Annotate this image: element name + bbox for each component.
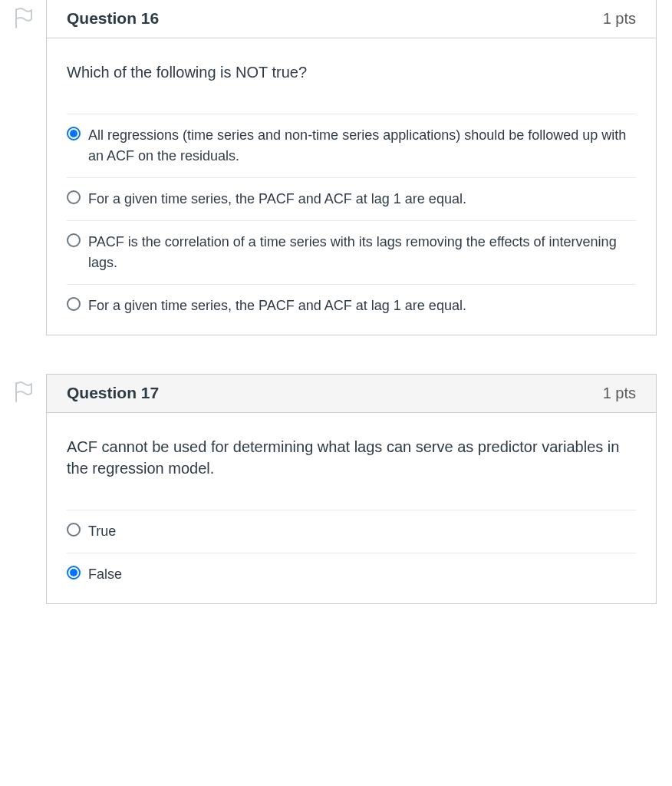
question-points: 1 pts: [603, 385, 636, 402]
flag-column: [0, 374, 46, 403]
option-text: False: [88, 564, 122, 585]
question-title: Question 17: [67, 384, 159, 402]
option-text: PACF is the correlation of a time series…: [88, 232, 636, 273]
radio-button[interactable]: [67, 566, 81, 580]
answer-option[interactable]: PACF is the correlation of a time series…: [67, 221, 636, 285]
radio-button[interactable]: [67, 233, 81, 247]
question-header: Question 171 pts: [47, 375, 656, 413]
question-body: Which of the following is NOT true?All r…: [47, 38, 656, 335]
answer-option[interactable]: False: [67, 553, 636, 596]
question-header: Question 161 pts: [47, 0, 656, 38]
radio-wrap: [67, 232, 88, 251]
question-points: 1 pts: [603, 10, 636, 28]
option-text: True: [88, 521, 116, 542]
radio-button[interactable]: [67, 523, 81, 537]
answer-option[interactable]: True: [67, 510, 636, 553]
flag-column: [0, 0, 46, 29]
option-text: All regressions (time series and non-tim…: [88, 125, 636, 167]
answer-option[interactable]: All regressions (time series and non-tim…: [67, 114, 636, 178]
flag-icon[interactable]: [14, 8, 32, 29]
question-block: Question 161 ptsWhich of the following i…: [0, 0, 657, 335]
radio-button[interactable]: [67, 190, 81, 204]
radio-wrap: [67, 189, 88, 208]
radio-wrap: [67, 521, 88, 540]
radio-wrap: [67, 125, 88, 144]
radio-button[interactable]: [67, 127, 81, 140]
answer-option[interactable]: For a given time series, the PACF and AC…: [67, 285, 636, 327]
option-text: For a given time series, the PACF and AC…: [88, 296, 466, 316]
question-prompt: Which of the following is NOT true?: [67, 61, 636, 83]
radio-wrap: [67, 296, 88, 315]
flag-icon[interactable]: [14, 381, 32, 403]
question-body: ACF cannot be used for determining what …: [47, 413, 656, 603]
options-list: TrueFalse: [67, 510, 636, 596]
question-title: Question 16: [67, 9, 159, 28]
radio-wrap: [67, 564, 88, 583]
radio-button[interactable]: [67, 297, 81, 311]
question-block: Question 171 ptsACF cannot be used for d…: [0, 374, 657, 604]
option-text: For a given time series, the PACF and AC…: [88, 189, 466, 210]
question-prompt: ACF cannot be used for determining what …: [67, 436, 636, 479]
answer-option[interactable]: For a given time series, the PACF and AC…: [67, 178, 636, 221]
question-box: Question 161 ptsWhich of the following i…: [46, 0, 657, 335]
options-list: All regressions (time series and non-tim…: [67, 114, 636, 327]
question-box: Question 171 ptsACF cannot be used for d…: [46, 374, 657, 604]
